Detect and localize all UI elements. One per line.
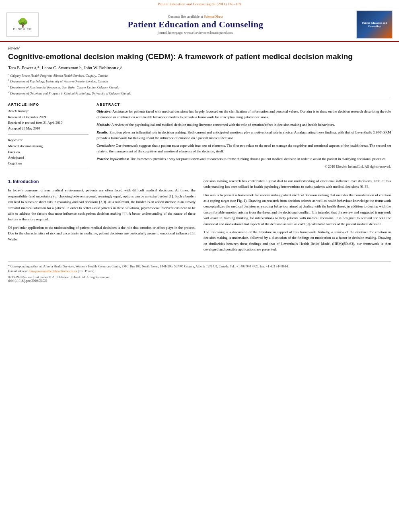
body-para-2: Of particular application to the underst… [8,225,195,242]
body-para-5: The following is a discussion of the lit… [204,229,391,253]
objective-text: Assistance for patients faced with medic… [97,109,391,119]
body-col-left: 1. Introduction In today's consumer driv… [8,178,195,255]
author-names: Tara E. Power a,*, Leora C. Swartzman b,… [8,65,123,70]
body-col-right: decision making research has contributed… [204,178,391,255]
sciencedirect-link[interactable]: ScienceDirect [204,14,223,18]
journal-cover-title: Patient Education and Counseling [358,21,391,28]
abstract-column: ABSTRACT Objective: Assistance for patie… [97,103,391,173]
journal-center-block: Contents lists available at ScienceDirec… [39,14,352,35]
body-columns: 1. Introduction In today's consumer driv… [8,178,391,255]
journal-header: 🌳 ELSEVIER Contents lists available at S… [0,7,399,42]
abstract-conclusion: Conclusion: Our framework suggests that … [97,143,391,154]
issn-line: 0738-3991/$ – see front matter © 2010 El… [8,275,391,283]
received-date: Received 9 December 2009 [8,115,88,120]
article-type-label: Review [8,46,391,50]
authors-line: Tara E. Power a,*, Leora C. Swartzman b,… [8,65,391,70]
abstract-objective: Objective: Assistance for patients faced… [97,109,391,120]
journal-title: Patient Education and Counseling [39,19,352,30]
abstract-content: Objective: Assistance for patients faced… [97,109,391,169]
article-info-column: ARTICLE INFO Article history: Received 9… [8,103,88,173]
affiliation-c: c Department of Psychosocial Resources, … [8,84,391,90]
elsevier-wordmark: ELSEVIER [13,27,32,31]
keyword-4: Cognition [8,160,88,166]
keywords-label: Keywords: [8,138,88,142]
article-title: Cognitive-emotional decision making (CED… [8,52,391,62]
conclusion-text: Our framework suggests that a patient mu… [97,144,391,153]
results-label: Results: [97,130,109,134]
affiliation-b: b Department of Psychology, University o… [8,78,391,84]
keyword-2: Emotion [8,149,88,155]
info-divider-2 [8,170,88,170]
info-abstract-columns: ARTICLE INFO Article history: Received 9… [8,103,391,173]
article-history-label: Article history: [8,109,88,113]
elsevier-tree-icon: 🌳 [17,18,28,27]
affiliations: a Calgary Breast Health Program, Alberta… [8,72,391,96]
abstract-methods: Methods: A review of the psychological a… [97,122,391,128]
accepted-date: Accepted 25 May 2010 [8,126,88,131]
footnote-body: * Corresponding author at: Alberta Healt… [8,265,289,268]
elsevier-logo: 🌳 ELSEVIER [6,12,39,37]
issn-text: 0738-3991/$ – see front matter © 2010 El… [8,275,111,279]
journal-thumbnail: Patient Education and Counseling [356,10,393,39]
results-text: Emotion plays an influential role in dec… [97,130,391,140]
keyword-1: Medical decision making [8,143,88,149]
journal-homepage: journal homepage: www.elsevier.com/locat… [39,31,352,35]
footnote-text: * Corresponding author at: Alberta Healt… [8,264,391,274]
practice-label: Practice implications: [97,157,129,161]
conclusion-label: Conclusion: [97,144,115,148]
abstract-results: Results: Emotion plays an influential ro… [97,130,391,141]
doi-text: doi:10.1016/j.pec.2010.05.021 [8,279,47,283]
top-bar: Patient Education and Counseling 83 (201… [0,0,399,7]
body-para-4: Our aim is to present a framework for un… [204,192,391,227]
info-divider-1 [8,134,88,135]
section-1-title: 1. Introduction [8,178,195,185]
methods-label: Methods: [97,123,111,127]
email-suffix: (T.E. Power). [78,269,95,273]
header-divider [8,99,391,99]
abstract-practice: Practice implications: The framework pro… [97,156,391,162]
email-label: E-mail address: [8,269,28,273]
methods-text: A review of the psychological and medica… [111,123,335,127]
footer-section: * Corresponding author at: Alberta Healt… [8,261,391,283]
objective-label: Objective: [97,109,111,113]
body-para-1: In today's consumer driven medical envir… [8,187,195,222]
main-content: Review Cognitive-emotional decision maki… [0,42,399,287]
keyword-3: Anticipated [8,155,88,160]
journal-reference: Patient Education and Counseling 83 (201… [158,2,241,6]
copyright-line: © 2010 Elsevier Ireland Ltd. All rights … [97,164,391,169]
body-section: 1. Introduction In today's consumer driv… [8,178,391,255]
journal-cover-image: Patient Education and Counseling [356,10,393,39]
email-link[interactable]: Tara.power@albertahealthservices.ca [29,269,77,273]
affiliation-a: a Calgary Breast Health Program, Alberta… [8,72,391,78]
contents-line: Contents lists available at ScienceDirec… [39,14,352,18]
practice-text: The framework provides a way for practit… [130,157,386,161]
article-info-heading: ARTICLE INFO [8,103,88,107]
affiliation-d: d Department of Oncology and Program in … [8,90,391,96]
keywords-section: Keywords: Medical decision making Emotio… [8,138,88,166]
body-para-3: decision making research has contributed… [204,178,391,190]
abstract-heading: ABSTRACT [97,103,391,107]
elsevier-box: 🌳 ELSEVIER [6,12,39,37]
revised-date: Received in revised form 21 April 2010 [8,120,88,126]
